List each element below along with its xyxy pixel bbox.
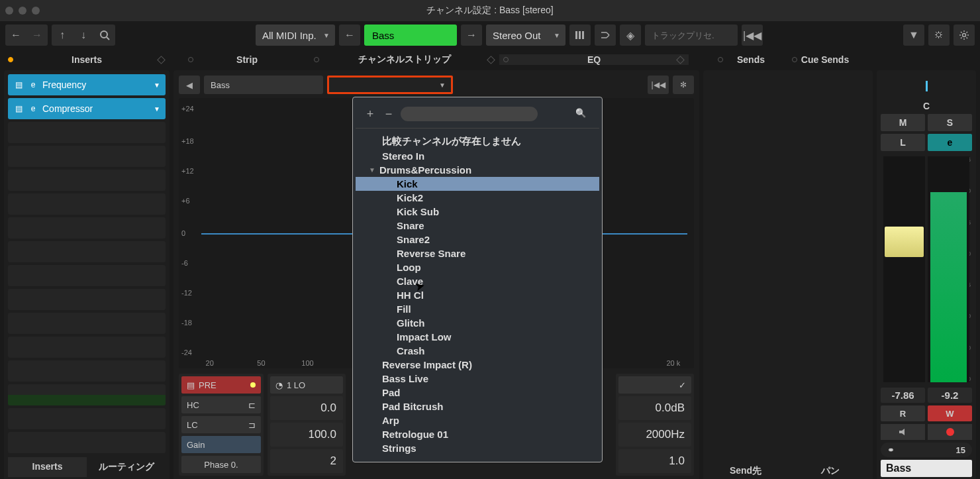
collapse-all-button[interactable]: − [382,107,395,121]
list-item[interactable]: Fill [356,302,599,316]
list-item[interactable]: Reverse Snare [356,246,599,260]
chevron-down-icon[interactable]: ▼ [369,166,375,174]
pre-band-header[interactable]: ▤PRE [181,376,261,394]
list-item[interactable]: Pad Bitcrush [356,399,599,413]
fader-cap[interactable] [885,227,924,257]
band-4-freq[interactable]: 2000Hz [618,423,691,447]
list-item[interactable]: Reverse Impact (R) [356,358,599,372]
functions-button[interactable]: ⛭ [928,25,950,46]
fader-track[interactable] [883,156,925,382]
listen-button[interactable]: L [881,134,925,151]
insert-slot-empty[interactable] [8,289,166,310]
panel-layout-button[interactable] [569,25,591,46]
input-left-button[interactable]: ← [339,25,360,46]
channelstrip-power-icon[interactable] [314,57,319,62]
eq-power-icon[interactable] [503,57,509,62]
band-1-freq[interactable]: 100.0 [270,423,343,447]
search-button[interactable] [94,25,115,46]
record-enable-button[interactable] [928,424,972,440]
midi-input-select[interactable]: All MIDI Inp. [256,25,335,46]
track-name-field[interactable]: Bass [881,460,972,477]
eq-bypass-icon[interactable] [676,56,685,64]
settings-button[interactable] [954,25,975,46]
list-item[interactable]: Loop [356,260,599,274]
list-folder[interactable]: ▼Drums&Percussion [356,163,599,177]
insert-slot-empty[interactable] [8,360,166,382]
insert-slot-empty[interactable] [8,313,166,334]
bypass-icon[interactable]: ▤ [13,103,24,114]
output-select[interactable]: Stereo Out [486,25,565,46]
list-item[interactable]: Clave [356,274,599,288]
list-item[interactable]: Pad [356,386,599,399]
compare-channel-popup[interactable]: + − 比較チャンネルが存在しません Stereo In ▼Drums&Perc… [352,97,603,462]
insert-slot-empty[interactable] [8,337,166,358]
insert-slot-empty[interactable] [8,217,166,239]
cuesends-power-icon[interactable] [792,57,797,62]
insert-slot-empty[interactable] [8,122,166,143]
maximize-icon[interactable] [32,7,40,15]
dropdown-button[interactable]: ▼ [903,25,924,46]
monitor-button[interactable] [881,424,925,440]
sends-power-icon[interactable] [718,57,723,62]
minimize-icon[interactable] [19,7,26,15]
channelstrip-bypass-icon[interactable] [487,56,495,64]
edit-icon[interactable]: e [28,80,38,90]
track-preset-input[interactable] [645,25,738,46]
inserts-tab[interactable]: Inserts [4,49,170,70]
popup-list[interactable]: 比較チャンネルが存在しません Stereo In ▼Drums&Percussi… [356,129,599,455]
send-pan-tab[interactable]: パン [788,465,873,479]
fader-value[interactable]: -7.86 [881,388,925,403]
list-item[interactable]: Crash [356,344,599,358]
popup-search-input[interactable] [401,107,538,121]
channelstrip-tab-label[interactable]: チャンネルストリップ [358,54,451,66]
link-row[interactable]: ⚭ 15 [881,443,972,457]
power-dot-icon[interactable] [8,57,13,62]
nav-back-button[interactable]: ← [5,25,26,46]
nav-down-button[interactable]: ↓ [73,25,94,46]
read-automation-button[interactable]: R [881,405,925,421]
insert-slot-empty[interactable] [8,241,166,262]
strip-power-icon[interactable] [188,57,193,62]
insert-slot-empty[interactable] [8,170,166,191]
close-icon[interactable] [5,7,13,15]
insert-slot-empty[interactable] [8,384,166,405]
output-chain-button[interactable] [595,25,616,46]
chevron-down-icon[interactable]: ▼ [154,105,160,113]
band-1-header[interactable]: ◔1 LO [270,376,343,394]
list-item[interactable]: Kick Sub [356,205,599,219]
write-automation-button[interactable]: W [928,405,972,421]
list-item[interactable]: Stereo In [356,149,599,163]
window-controls[interactable] [5,7,40,15]
list-item[interactable]: Bass Live [356,372,599,386]
list-item[interactable]: Retrologue 01 [356,427,599,441]
insert-slot-1[interactable]: ▤ e Frequency ▼ [8,74,166,95]
expand-all-button[interactable]: + [364,107,377,121]
strip-back-button[interactable]: ◀ [179,76,200,94]
eq-settings-button[interactable]: ✻ [673,76,694,94]
insert-slot-empty[interactable] [8,193,166,215]
preset-prev-button[interactable]: |◀◀ [742,25,763,46]
list-item[interactable]: Strings [356,441,599,455]
strip-channel-name[interactable]: Bass [204,76,323,94]
list-item[interactable]: Impact Low [356,330,599,344]
list-item[interactable]: Kick2 [356,191,599,205]
gain-row[interactable]: Gain [181,436,261,453]
band-4-header[interactable]: ✓ [618,376,691,394]
list-item[interactable]: Arp [356,413,599,427]
routing-bottom-tab[interactable]: ルーティング [87,457,166,477]
inserts-bottom-tab[interactable]: Inserts [8,457,87,477]
peak-value[interactable]: -9.2 [928,388,972,403]
channel-name-field[interactable]: Bass [364,25,457,46]
reset-button[interactable]: |◀◀ [648,76,669,94]
band-1-q[interactable]: 2 [270,449,343,473]
edit-button[interactable]: e [928,134,972,151]
solo-button[interactable]: S [928,114,972,131]
insert-slot-empty[interactable] [8,432,166,453]
chevron-down-icon[interactable]: ▼ [154,81,160,89]
band-4-gain[interactable]: 0.0dB [618,396,691,420]
output-right-button[interactable]: → [461,25,482,46]
edit-icon[interactable]: e [28,103,38,114]
insert-slot-2[interactable]: ▤ e Compressor ▼ [8,98,166,119]
send-destination-tab[interactable]: Send先 [703,465,788,479]
insert-slot-empty[interactable] [8,146,166,167]
